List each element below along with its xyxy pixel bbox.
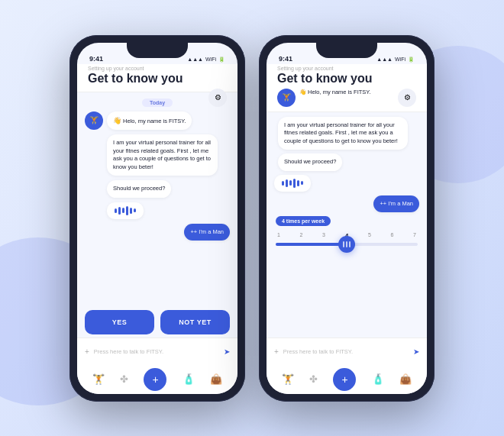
phone-right-screen: 9:41 ▲▲▲ WiFi 🔋 Setting up your account …	[267, 43, 427, 394]
inline-greeting-right: 🏋 👋 Helo, my name is FITSY.	[277, 89, 416, 107]
audio-bubble-right[interactable]	[274, 175, 311, 192]
bot-greeting-bubble-left: 👋 Helo, my name is FITSY.	[107, 111, 192, 131]
user-response-bubble-right: ++ I'm a Man	[373, 195, 419, 213]
wave-bar-r5	[297, 180, 299, 186]
bot-greeting-text-left: Helo, my name is FITSY.	[123, 118, 186, 124]
nav-plus-left[interactable]: +	[144, 368, 166, 391]
nav-profile-left[interactable]: 👜	[210, 373, 222, 385]
header-title-right: Get to know you	[277, 72, 416, 86]
chat-input-right[interactable]: + Press here to talk to FITSY. ➤	[267, 337, 427, 365]
wave-bar-r2	[286, 179, 288, 187]
bot-question-bubble-right: Should we proceed?	[278, 153, 342, 171]
phone-left: 9:41 ▲▲▲ WiFi 🔋 Setting up your account …	[69, 35, 245, 402]
slider-num-6: 6	[391, 232, 394, 240]
slider-section-right: 4 times per week 1 2 3 4 5 6 7	[274, 216, 419, 246]
audio-bubble-left[interactable]	[107, 202, 144, 219]
wave-bar-4	[126, 206, 128, 215]
thumb-line-2	[346, 241, 347, 247]
wave-bar-2	[118, 207, 121, 215]
bot-message-row-right: I am your virtual personal trainer for a…	[274, 117, 419, 150]
bot-greeting-row-left: 🏋 👋 Helo, my name is FITSY.	[85, 111, 230, 131]
phones-container: 9:41 ▲▲▲ WiFi 🔋 Setting up your account …	[69, 35, 435, 402]
slider-num-5: 5	[368, 232, 371, 240]
yes-no-row-left: YES NOT YET	[77, 305, 237, 337]
phone-right: 9:41 ▲▲▲ WiFi 🔋 Setting up your account …	[259, 35, 435, 402]
gear-icon-left[interactable]: ⚙	[208, 89, 227, 107]
nav-fitness-right[interactable]: ✤	[309, 373, 318, 385]
notch-left	[127, 43, 188, 58]
bot-avatar-right: 🏋	[277, 89, 296, 107]
input-plus-icon-left[interactable]: +	[85, 347, 89, 356]
greeting-emoji-left: 👋	[113, 117, 121, 124]
wave-bar-r3	[289, 180, 292, 186]
thumb-line-1	[343, 241, 344, 247]
send-icon-left[interactable]: ➤	[224, 347, 230, 356]
wave-bar-3	[122, 208, 124, 213]
header-subtitle-left: Setting up your account	[88, 66, 227, 71]
bottom-nav-left: 🏋 ✤ + 🧴 👜	[77, 365, 237, 394]
nav-fitness-left[interactable]: ✤	[120, 373, 128, 385]
wave-bar-r6	[301, 181, 303, 185]
input-placeholder-right[interactable]: Press here to talk to FITSY.	[283, 348, 409, 355]
slider-label-right: 4 times per week	[276, 216, 331, 226]
wifi-icon-right: WiFi	[395, 57, 405, 62]
nav-profile-right[interactable]: 👜	[399, 373, 412, 385]
wave-bar-5	[130, 208, 132, 214]
status-icons-right: ▲▲▲ WiFi 🔋	[376, 57, 415, 63]
date-badge-left: Today	[142, 99, 173, 107]
bot-greeting-text-right: Helo, my name is FITSY.	[308, 89, 370, 95]
wave-bar-r1	[282, 181, 284, 186]
status-icons-left: ▲▲▲ WiFi 🔋	[187, 57, 225, 63]
chat-area-left: Today 🏋 👋 Helo, my name is FITSY. I am y…	[77, 92, 237, 305]
input-placeholder-left[interactable]: Press here to talk to FITSY.	[94, 348, 219, 355]
slider-num-2: 2	[299, 232, 302, 240]
user-response-row-right: ++ I'm a Man	[274, 195, 419, 213]
status-time-left: 9:41	[89, 55, 103, 63]
bot-message-row-left: I am your virtual personal trainer for a…	[85, 134, 230, 176]
slider-thumb-right[interactable]	[338, 236, 355, 253]
yes-button-left[interactable]: YES	[85, 310, 154, 334]
nav-nutrition-left[interactable]: 🧴	[183, 373, 195, 385]
phone-left-screen: 9:41 ▲▲▲ WiFi 🔋 Setting up your account …	[77, 43, 237, 394]
bot-question-bubble-left: Should we proceed?	[107, 180, 171, 198]
thumb-line-3	[349, 241, 351, 247]
wave-bar-6	[134, 208, 136, 212]
slider-num-7: 7	[413, 232, 416, 240]
status-time-right: 9:41	[279, 55, 292, 63]
gear-icon-right[interactable]: ⚙	[398, 89, 416, 107]
nav-nutrition-right[interactable]: 🧴	[372, 373, 384, 385]
bot-message-bubble-right: I am your virtual personal trainer for a…	[278, 117, 408, 150]
notch-right	[316, 43, 377, 58]
nav-dumbbell-right[interactable]: 🏋	[282, 373, 294, 385]
greeting-emoji-right: 👋	[299, 89, 306, 95]
wave-bar-r4	[293, 179, 296, 188]
battery-icon-left: 🔋	[218, 57, 225, 63]
slider-track-right[interactable]	[276, 243, 418, 246]
battery-icon-right: 🔋	[408, 57, 415, 63]
signal-icon-right: ▲▲▲	[376, 57, 393, 62]
slider-fill-right	[276, 243, 347, 246]
wave-bar-1	[115, 208, 117, 213]
header-right: Setting up your account Get to know you …	[267, 64, 427, 112]
nav-plus-right[interactable]: +	[333, 368, 356, 391]
user-response-bubble-left: ++ I'm a Man	[184, 224, 230, 241]
signal-icon-left: ▲▲▲	[187, 57, 203, 62]
send-icon-right[interactable]: ➤	[413, 347, 419, 356]
header-title-left: Get to know you	[88, 72, 227, 86]
thumb-lines	[343, 241, 351, 247]
header-left: Setting up your account Get to know you …	[77, 64, 237, 92]
input-plus-icon-right[interactable]: +	[274, 347, 279, 356]
slider-num-1: 1	[277, 232, 280, 240]
nav-dumbbell-left[interactable]: 🏋	[92, 373, 105, 385]
slider-num-3: 3	[322, 232, 325, 240]
chat-input-left[interactable]: + Press here to talk to FITSY. ➤	[77, 337, 237, 365]
wifi-icon-left: WiFi	[205, 57, 216, 62]
user-response-row-left: ++ I'm a Man	[85, 224, 230, 241]
not-yet-button-left[interactable]: NOT YET	[160, 310, 230, 334]
bot-avatar-left: 🏋	[85, 111, 103, 130]
bot-message-bubble-left: I am your virtual personal trainer for a…	[107, 134, 218, 176]
header-subtitle-right: Setting up your account	[277, 66, 416, 71]
bot-question-row-left: Should we proceed?	[85, 180, 230, 198]
bot-question-row-right: Should we proceed?	[274, 153, 419, 171]
chat-area-right: I am your virtual personal trainer for a…	[267, 112, 427, 337]
